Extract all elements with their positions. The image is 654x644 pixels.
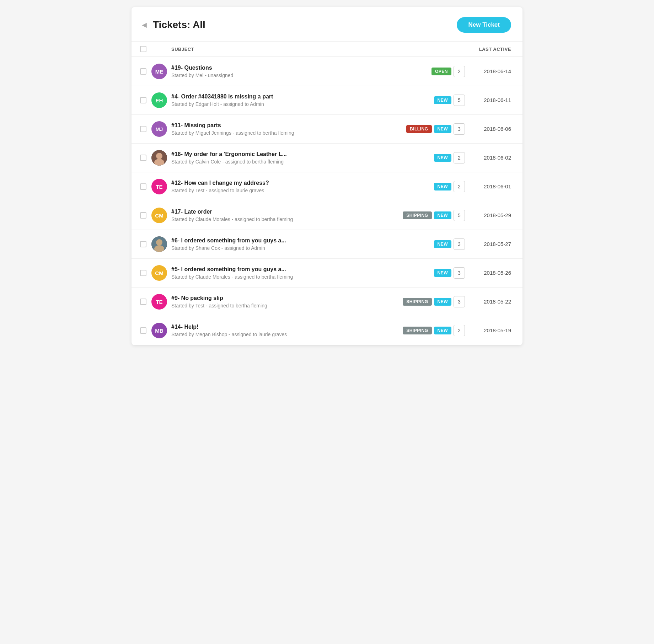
row-checkbox[interactable]: [140, 270, 146, 276]
tag-new: NEW: [434, 298, 452, 306]
count-badge: 3: [454, 238, 465, 250]
select-all-checkbox[interactable]: [140, 46, 146, 52]
tag-new: NEW: [434, 183, 452, 190]
ticket-meta: Started by Calvin Cole - assigned to ber…: [171, 159, 394, 165]
avatar-col: ME: [151, 64, 171, 79]
avatar: CM: [151, 265, 167, 281]
tag-open: OPEN: [431, 68, 451, 75]
row-checkbox[interactable]: [140, 97, 146, 103]
ticket-meta: Started by Megan Bishop - assigned to la…: [171, 332, 394, 337]
row-checkbox-col: [140, 327, 151, 334]
tags-col: NEW2: [394, 181, 465, 192]
subject-column-header: SUBJECT: [171, 47, 194, 52]
last-active-value: 2018-05-29: [484, 212, 511, 218]
row-checkbox[interactable]: [140, 155, 146, 161]
new-ticket-button[interactable]: New Ticket: [457, 17, 511, 33]
row-checkbox[interactable]: [140, 299, 146, 305]
row-checkbox[interactable]: [140, 68, 146, 75]
tags-col: NEW2: [394, 152, 465, 163]
last-active-col: 2018-06-11: [465, 97, 511, 103]
count-badge: 5: [454, 95, 465, 106]
row-checkbox[interactable]: [140, 241, 146, 247]
table-row[interactable]: #16- My order for a 'Ergonomic Leather L…: [132, 144, 522, 172]
last-active-col: 2018-06-14: [465, 68, 511, 75]
row-checkbox-col: [140, 126, 151, 132]
row-checkbox[interactable]: [140, 126, 146, 132]
table-row[interactable]: TE#12- How can I change my address?Start…: [132, 172, 522, 201]
count-badge: 3: [454, 267, 465, 279]
last-active-value: 2018-06-06: [484, 126, 511, 132]
table-row[interactable]: EH#4- Order #40341880 is missing a partS…: [132, 86, 522, 115]
avatar-col: MB: [151, 323, 171, 338]
tag-new: NEW: [434, 125, 452, 133]
ticket-meta: Started by Claude Morales - assigned to …: [171, 216, 394, 222]
count-badge: 2: [454, 152, 465, 163]
last-active-col: 2018-06-06: [465, 126, 511, 132]
ticket-subject: #19- Questions: [171, 65, 394, 71]
last-active-value: 2018-05-26: [484, 270, 511, 276]
header-left: ◀ Tickets: All: [140, 19, 205, 31]
last-active-col: 2018-06-02: [465, 155, 511, 161]
ticket-meta: Started by Miguel Jennings - assigned to…: [171, 130, 394, 136]
tags-col: OPEN2: [394, 66, 465, 77]
table-row[interactable]: MB#14- Help!Started by Megan Bishop - as…: [132, 316, 522, 345]
row-checkbox[interactable]: [140, 183, 146, 190]
avatar-col: MJ: [151, 121, 171, 137]
tags-col: NEW5: [394, 95, 465, 106]
avatar: CM: [151, 208, 167, 223]
last-active-column-header: LAST ACTIVE: [479, 47, 511, 52]
tag-new: NEW: [434, 240, 452, 248]
avatar: EH: [151, 92, 167, 108]
tags-col: SHIPPINGNEW3: [394, 296, 465, 307]
ticket-meta: Started by Test - assigned to laurie gra…: [171, 188, 394, 193]
tags-col: NEW3: [394, 267, 465, 279]
ticket-meta: Started by Claude Morales - assigned to …: [171, 274, 394, 280]
avatar: TE: [151, 179, 167, 194]
table-row[interactable]: #6- I ordered something from you guys a.…: [132, 230, 522, 259]
last-active-value: 2018-06-01: [484, 183, 511, 189]
last-active-value: 2018-06-02: [484, 155, 511, 161]
tag-new: NEW: [434, 269, 452, 277]
ticket-subject: #16- My order for a 'Ergonomic Leather L…: [171, 151, 394, 157]
last-active-value: 2018-05-27: [484, 241, 511, 247]
ticket-subject: #17- Late order: [171, 209, 394, 215]
last-active-value: 2018-05-19: [484, 327, 511, 333]
tag-new: NEW: [434, 211, 452, 219]
tag-billing: BILLING: [406, 125, 432, 133]
table-row[interactable]: TE#9- No packing slipStarted by Test - a…: [132, 288, 522, 316]
collapse-icon[interactable]: ◀: [140, 21, 149, 29]
row-checkbox-col: [140, 212, 151, 219]
row-checkbox[interactable]: [140, 327, 146, 334]
subject-col: #11- Missing partsStarted by Miguel Jenn…: [171, 122, 394, 136]
table-row[interactable]: CM#17- Late orderStarted by Claude Moral…: [132, 201, 522, 230]
count-badge: 3: [454, 123, 465, 135]
last-active-value: 2018-06-14: [484, 68, 511, 74]
avatar: TE: [151, 294, 167, 310]
subject-col: #17- Late orderStarted by Claude Morales…: [171, 209, 394, 222]
subject-col: #6- I ordered something from you guys a.…: [171, 237, 394, 251]
subject-col: #5- I ordered something from you guys a.…: [171, 266, 394, 280]
count-badge: 2: [454, 66, 465, 77]
tags-col: NEW3: [394, 238, 465, 250]
table-row[interactable]: CM#5- I ordered something from you guys …: [132, 259, 522, 288]
tag-new: NEW: [434, 154, 452, 162]
last-active-col: 2018-05-19: [465, 327, 511, 334]
last-active-col: 2018-05-29: [465, 212, 511, 219]
avatar-col: CM: [151, 208, 171, 223]
table-row[interactable]: ME#19- QuestionsStarted by Mel - unassig…: [132, 57, 522, 86]
table-row[interactable]: MJ#11- Missing partsStarted by Miguel Je…: [132, 115, 522, 144]
ticket-subject: #5- I ordered something from you guys a.…: [171, 266, 394, 273]
tag-shipping: SHIPPING: [403, 211, 431, 219]
count-badge: 2: [454, 325, 465, 336]
ticket-subject: #14- Help!: [171, 324, 394, 330]
subject-col: #9- No packing slipStarted by Test - ass…: [171, 295, 394, 308]
header-subject-col: SUBJECT: [171, 46, 394, 52]
subject-col: #12- How can I change my address?Started…: [171, 180, 394, 193]
row-checkbox-col: [140, 270, 151, 276]
row-checkbox[interactable]: [140, 212, 146, 219]
row-checkbox-col: [140, 97, 151, 103]
last-active-col: 2018-06-01: [465, 183, 511, 190]
avatar: [151, 150, 167, 166]
ticket-subject: #4- Order #40341880 is missing a part: [171, 93, 394, 100]
avatar-col: [151, 150, 171, 166]
